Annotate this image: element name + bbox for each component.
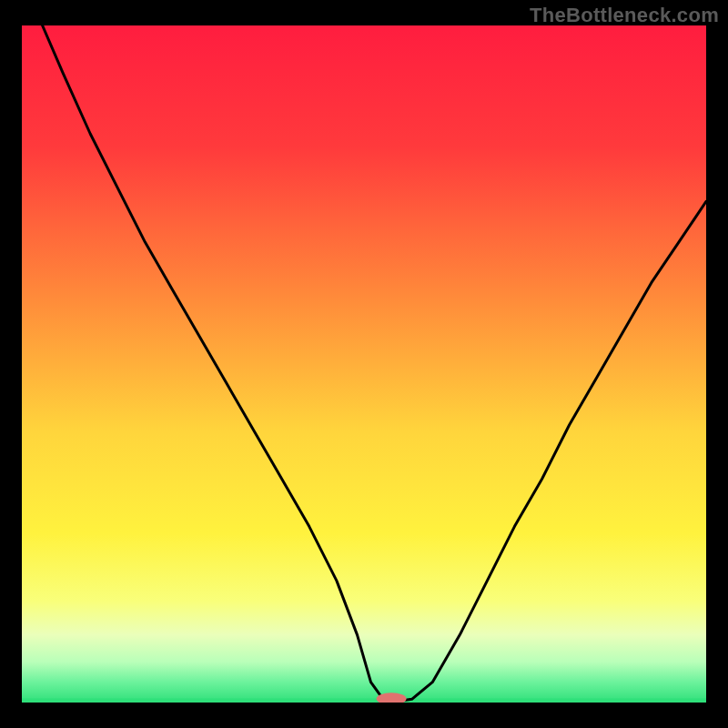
plot-area [22, 25, 706, 703]
attribution-text: TheBottleneck.com [530, 4, 719, 27]
chart-svg [22, 25, 706, 703]
chart-frame: TheBottleneck.com [0, 0, 728, 728]
